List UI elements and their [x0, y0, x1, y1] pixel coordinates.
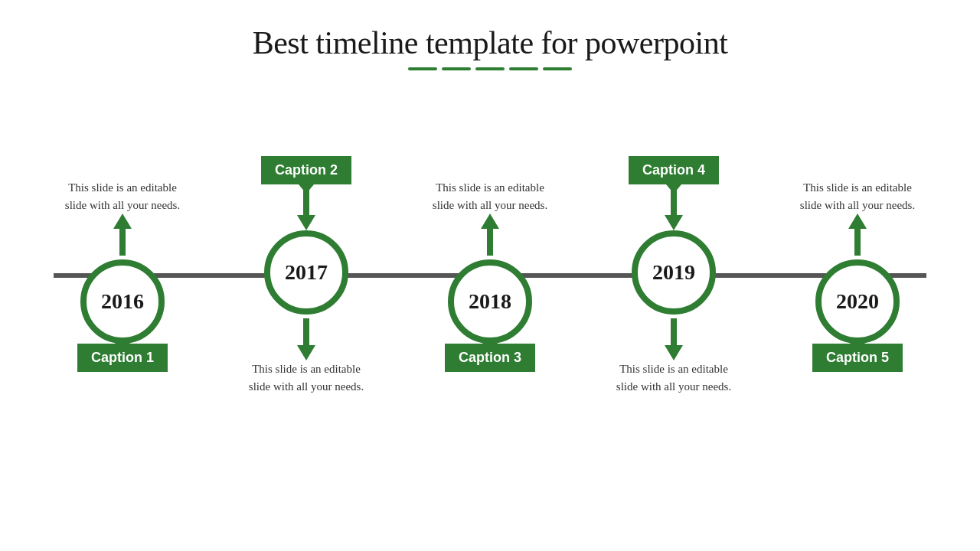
node-2019: Caption 4 2019 This slide is an editable… — [612, 156, 735, 395]
caption-badge-2019: Caption 4 — [629, 156, 719, 184]
node-2016: This slide is an editable slide with all… — [61, 179, 184, 372]
caption-badge-2018: Caption 3 — [445, 344, 535, 372]
title-area: Best timeline template for powerpoint — [253, 24, 728, 70]
above-2018: This slide is an editable slide with all… — [429, 179, 551, 259]
arrow-up-2018 — [479, 214, 501, 259]
below-2019: This slide is an editable slide with all… — [612, 315, 735, 395]
node-2018: This slide is an editable slide with all… — [429, 179, 551, 372]
above-2017: Caption 2 — [261, 156, 351, 230]
slide: Best timeline template for powerpoint Th… — [0, 0, 980, 551]
below-2016: Caption 1 — [77, 344, 168, 372]
below-2017: This slide is an editable slide with all… — [245, 315, 368, 395]
desc-2017: This slide is an editable slide with all… — [245, 360, 368, 395]
desc-2016: This slide is an editable slide with all… — [61, 179, 184, 214]
above-2019: Caption 4 — [629, 156, 719, 230]
circle-2016: 2016 — [80, 259, 165, 344]
title-underline — [253, 67, 728, 70]
below-2020: Caption 5 — [812, 344, 903, 372]
desc-2020: This slide is an editable slide with all… — [796, 179, 919, 214]
desc-2019: This slide is an editable slide with all… — [612, 360, 735, 395]
above-2016: This slide is an editable slide with all… — [61, 179, 184, 259]
below-2018: Caption 3 — [445, 344, 535, 372]
arrow-down-2019 — [663, 315, 684, 360]
caption-badge-2020: Caption 5 — [812, 344, 903, 372]
slide-title: Best timeline template for powerpoint — [253, 24, 728, 61]
circle-2020: 2020 — [815, 259, 900, 344]
svg-marker-5 — [297, 345, 315, 360]
caption-badge-2017: Caption 2 — [261, 156, 351, 184]
svg-marker-13 — [848, 214, 867, 229]
svg-marker-1 — [113, 214, 132, 229]
svg-marker-7 — [481, 214, 499, 229]
above-2020: This slide is an editable slide with all… — [796, 179, 919, 259]
circle-2018: 2018 — [448, 259, 532, 344]
svg-marker-9 — [665, 215, 683, 230]
circle-2017: 2017 — [264, 230, 348, 315]
arrow-up-2020 — [847, 214, 868, 259]
caption-badge-2016: Caption 1 — [77, 344, 168, 372]
arrow-up-2016 — [112, 214, 133, 259]
node-2017: Caption 2 2017 This slide is an editable… — [245, 156, 368, 395]
circle-2019: 2019 — [632, 230, 716, 315]
desc-2018: This slide is an editable slide with all… — [429, 179, 551, 214]
svg-marker-3 — [297, 215, 315, 230]
svg-marker-11 — [665, 345, 683, 360]
node-2020: This slide is an editable slide with all… — [796, 179, 919, 372]
timeline-area: This slide is an editable slide with all… — [31, 92, 949, 459]
arrow-down-2017 — [296, 315, 317, 360]
